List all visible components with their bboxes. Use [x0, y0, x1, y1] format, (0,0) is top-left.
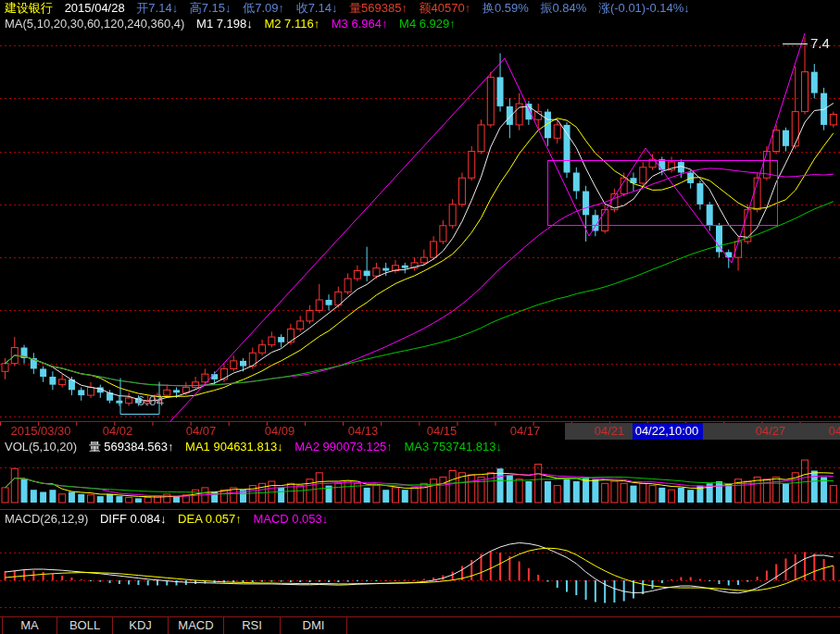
axis-label: 04/07 — [186, 424, 217, 438]
axis-label: 04/15 — [427, 424, 458, 438]
indicator-tabbar: MABOLLKDJMACDRSIDMI — [0, 616, 840, 634]
axis-label: 04/21 — [595, 424, 625, 438]
tab-dmi[interactable]: DMI — [281, 617, 347, 634]
ma2-value: M2 7.116↑ — [264, 17, 320, 31]
quote-change: 涨(-0.01)-0.14%↓ — [598, 1, 690, 15]
quote-header-row: 建设银行 2015/04/28 开7.14↓ 高7.15↓ 低7.09↑ 收7.… — [5, 0, 698, 16]
vol-ma3-value: MA3 753741.813↓ — [404, 440, 502, 454]
macd-indicator-row: MACD(26,12,9) DIFF 0.084↓ DEA 0.057↑ MAC… — [5, 511, 336, 527]
quote-turnover: 换0.59% — [483, 1, 529, 15]
axis-label: 04/13 — [348, 424, 379, 438]
axis-label: 04 — [829, 424, 840, 438]
axis-label: 2015/03/30 — [10, 424, 70, 438]
tab-boll[interactable]: BOLL — [57, 617, 113, 634]
stock-name: 建设银行 — [5, 1, 53, 15]
axis-label: 04/27 — [756, 424, 786, 438]
quote-amplitude: 振0.84% — [540, 1, 586, 15]
vol-value: 量 569384.563↑ — [89, 440, 174, 454]
quote-low: 低7.09↑ — [243, 1, 284, 15]
tab-ma[interactable]: MA — [2, 617, 57, 634]
ma3-value: M3 6.964↑ — [332, 17, 388, 31]
quote-amount: 额40570↑ — [420, 1, 471, 15]
price-peak-label: 7.4 — [810, 35, 830, 51]
macd-settings-label: MACD(26,12,9) — [5, 512, 88, 526]
vol-ma2-value: MA2 990073.125↑ — [295, 440, 393, 454]
quote-volume: 量569385↑ — [349, 1, 407, 15]
quote-high: 高7.15↓ — [190, 1, 232, 15]
date-axis-bar: 2015/03/3004/0204/0704/0904/1304/1504/17… — [0, 421, 840, 440]
volume-indicator-row: VOL(5,10,20) 量 569384.563↑ MA1 904631.81… — [5, 439, 510, 454]
ma-indicator-row: MA(5,10,20,30,60,120,240,360,4) M1 7.198… — [5, 16, 464, 31]
macd-diff-value: DIFF 0.084↓ — [100, 512, 167, 526]
macd-dea-value: DEA 0.057↑ — [178, 512, 242, 526]
quote-close: 收7.14↓ — [296, 1, 338, 15]
tab-kdj[interactable]: KDJ — [113, 617, 169, 634]
axis-label-selected: 04/22,10:00 — [635, 424, 699, 438]
ma4-value: M4 6.929↑ — [399, 17, 456, 31]
axis-label: 04/17 — [510, 424, 541, 438]
quote-date: 2015/04/28 — [65, 1, 125, 15]
stock-app-window: 建设银行 2015/04/28 开7.14↓ 高7.15↓ 低7.09↑ 收7.… — [0, 0, 840, 634]
axis-label: 04/09 — [265, 424, 295, 438]
price-low-label: 6.04 — [137, 392, 164, 408]
macd-macd-value: MACD 0.053↓ — [253, 512, 328, 526]
vol-settings-label: VOL(5,10,20) — [5, 440, 77, 454]
tab-macd[interactable]: MACD — [169, 617, 224, 634]
quote-open: 开7.14↓ — [136, 1, 178, 15]
kline-chart-canvas[interactable] — [0, 0, 840, 634]
vol-ma1-value: MA1 904631.813↓ — [185, 440, 283, 454]
axis-label: 04/02 — [103, 424, 133, 438]
tab-rsi[interactable]: RSI — [224, 617, 281, 634]
ma1-value: M1 7.198↓ — [196, 17, 253, 31]
ma-settings-label: MA(5,10,20,30,60,120,240,360,4) — [5, 17, 184, 31]
